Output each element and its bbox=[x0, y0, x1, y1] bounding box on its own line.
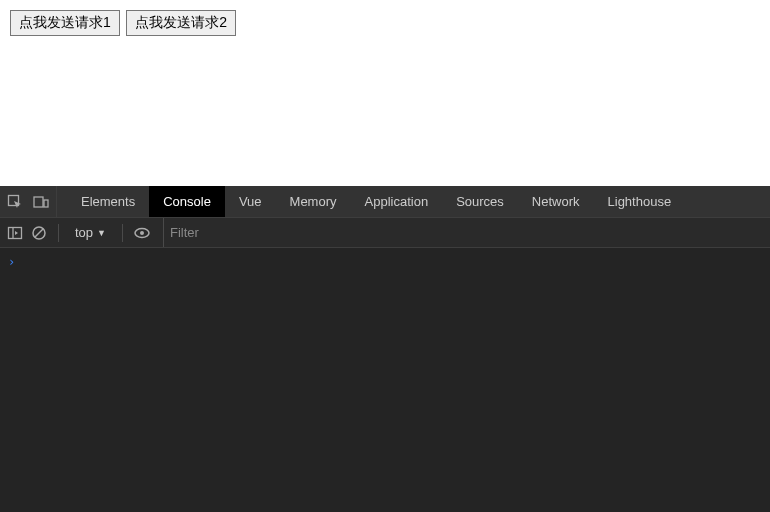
devtools-panel: Elements Console Vue Memory Application … bbox=[0, 186, 770, 512]
devtools-tabs-bar: Elements Console Vue Memory Application … bbox=[0, 186, 770, 218]
send-request-1-button[interactable]: 点我发送请求1 bbox=[10, 10, 120, 36]
tab-memory[interactable]: Memory bbox=[276, 186, 351, 217]
svg-rect-2 bbox=[44, 200, 48, 207]
context-label: top bbox=[75, 225, 93, 240]
tab-lighthouse[interactable]: Lighthouse bbox=[594, 186, 686, 217]
console-filter-input[interactable] bbox=[170, 222, 764, 244]
page-content: 点我发送请求1 点我发送请求2 bbox=[0, 0, 770, 186]
devtools-left-icons bbox=[0, 186, 57, 217]
console-toolbar: top ▼ bbox=[0, 218, 770, 248]
tab-vue[interactable]: Vue bbox=[225, 186, 276, 217]
send-request-2-button[interactable]: 点我发送请求2 bbox=[126, 10, 236, 36]
tab-console[interactable]: Console bbox=[149, 186, 225, 217]
svg-point-8 bbox=[140, 231, 144, 235]
filter-wrap bbox=[163, 218, 764, 247]
svg-rect-1 bbox=[34, 197, 43, 207]
live-expression-icon[interactable] bbox=[133, 224, 151, 242]
tab-sources[interactable]: Sources bbox=[442, 186, 518, 217]
console-output[interactable]: › bbox=[0, 248, 770, 512]
toolbar-divider bbox=[58, 224, 59, 242]
tab-network[interactable]: Network bbox=[518, 186, 594, 217]
tab-elements[interactable]: Elements bbox=[67, 186, 149, 217]
toggle-console-sidebar-icon[interactable] bbox=[6, 224, 24, 242]
inspect-element-icon[interactable] bbox=[6, 193, 24, 211]
chevron-down-icon: ▼ bbox=[97, 228, 106, 238]
console-prompt-icon: › bbox=[8, 255, 15, 269]
svg-line-6 bbox=[35, 229, 43, 237]
tab-application[interactable]: Application bbox=[351, 186, 443, 217]
toolbar-divider bbox=[122, 224, 123, 242]
device-toolbar-icon[interactable] bbox=[32, 193, 50, 211]
execution-context-selector[interactable]: top ▼ bbox=[69, 223, 112, 242]
devtools-tabs: Elements Console Vue Memory Application … bbox=[67, 186, 685, 217]
clear-console-icon[interactable] bbox=[30, 224, 48, 242]
